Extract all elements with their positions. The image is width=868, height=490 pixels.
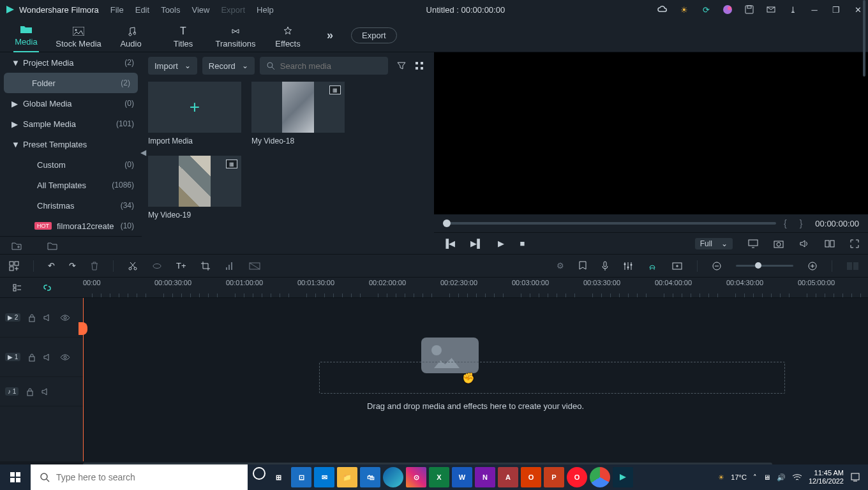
menu-tools[interactable]: Tools [161,5,180,15]
crop-icon[interactable] [200,261,211,271]
display-icon[interactable] [748,239,758,248]
step-back-icon[interactable]: ▐◀ [443,239,455,248]
tab-transitions[interactable]: Transitions [209,23,262,48]
record-dropdown[interactable]: Record ⌄ [202,57,255,75]
video-track-2-head[interactable]: ▶ 2 [0,298,83,338]
sidebar-item[interactable]: Folder(2) [4,73,138,93]
preview-screen[interactable] [434,52,868,214]
wifi-icon[interactable] [792,473,802,481]
lock-icon[interactable] [28,353,36,362]
playhead[interactable] [83,298,84,461]
export-button[interactable]: Export [351,27,397,43]
sidebar-scrollbar[interactable] [863,0,865,77]
notifications-icon[interactable] [850,472,860,482]
profile-orb-icon[interactable] [722,4,733,15]
snapshot-icon[interactable] [774,239,784,248]
store-icon[interactable]: 🛍 [360,467,380,487]
menu-file[interactable]: File [110,5,124,15]
start-button[interactable] [0,464,31,490]
mixer-icon[interactable] [623,261,633,271]
word-icon[interactable]: W [452,467,472,487]
chrome-icon[interactable] [590,467,610,487]
mute-icon[interactable] [41,388,50,396]
office-icon[interactable]: O [521,467,541,487]
taskbar-clock[interactable]: 11:45 AM 12/16/2022 [809,469,844,486]
taskbar-search-input[interactable] [56,472,239,482]
mute-icon[interactable] [43,353,52,361]
instagram-icon[interactable]: ⊙ [406,467,426,487]
tray-chevron-icon[interactable]: ˄ [753,473,757,482]
play-icon[interactable]: ▶ [498,239,504,248]
lock-icon[interactable] [28,313,36,322]
undo-icon[interactable]: ↶ [48,261,55,271]
onenote-icon[interactable]: N [475,467,495,487]
dropzone[interactable] [319,362,785,394]
video-track-1-head[interactable]: ▶ 1 [0,338,83,377]
link-tracks-icon[interactable] [42,283,52,293]
fullscreen-icon[interactable] [850,239,859,248]
window-minimize-icon[interactable]: ─ [809,4,819,15]
media-thumb[interactable]: + [148,82,241,133]
seek-bar[interactable] [443,222,776,225]
opera-icon[interactable]: O [567,467,587,487]
app-icon[interactable]: ⊡ [291,467,311,487]
tab-effects[interactable]: Effects [262,23,314,48]
lock-icon[interactable] [26,387,34,396]
search-media-input[interactable] [260,57,388,75]
media-item[interactable]: +Import Media [148,82,241,145]
tray-icon[interactable]: 🔊 [777,473,786,482]
audio-track-1-head[interactable]: ♪ 1 [0,377,83,406]
mail-icon[interactable] [766,4,776,15]
link-icon[interactable] [152,261,162,271]
quality-dropdown[interactable]: Full ⌄ [695,238,733,249]
window-maximize-icon[interactable]: ❐ [831,4,841,15]
explorer-icon[interactable]: 📁 [337,467,357,487]
mail-app-icon[interactable]: ✉ [314,467,334,487]
download-icon[interactable]: ⤓ [788,4,798,15]
sidebar-item[interactable]: Custom(0) [0,154,142,175]
cortana-icon[interactable] [253,467,266,480]
collapse-sidebar-icon[interactable]: ◀ [140,148,146,157]
volume-icon[interactable] [799,239,809,248]
tab-titles[interactable]: T Titles [157,23,209,48]
cog-icon[interactable]: ⚙ [557,261,564,271]
magnet-icon[interactable] [647,261,657,271]
media-thumb[interactable]: ▦ [148,156,241,207]
eye-icon[interactable] [60,354,70,360]
tray-icon[interactable]: 🖥 [763,473,770,481]
fit-icon[interactable] [846,261,859,271]
menu-help[interactable]: Help [257,5,274,15]
lightbulb-icon[interactable]: ☀ [679,4,689,15]
stop-icon[interactable]: ■ [520,239,525,248]
speed-icon[interactable] [225,261,235,271]
folder-icon[interactable] [47,241,57,250]
sidebar-item[interactable]: Christmas(34) [0,195,142,216]
redo-icon[interactable]: ↷ [69,261,76,271]
compare-icon[interactable] [825,239,835,248]
timeline-ruler[interactable]: 00:0000:00:30:0000:01:00:0000:01:30:0000… [0,278,868,298]
mute-icon[interactable] [43,314,52,322]
excel-icon[interactable]: X [429,467,449,487]
weather-temp[interactable]: 17°C [731,473,747,481]
zoom-out-icon[interactable] [712,261,722,271]
auto-ripple-icon[interactable] [13,283,23,293]
filter-icon[interactable] [397,61,406,70]
add-marker-icon[interactable] [671,262,683,271]
new-folder-icon[interactable] [11,241,22,250]
sidebar-item[interactable]: ▶Sample Media(101) [0,114,142,134]
color-icon[interactable] [249,262,260,271]
tab-audio[interactable]: Audio [105,23,157,48]
sidebar-item[interactable]: ▶Global Media(0) [0,93,142,114]
menu-edit[interactable]: Edit [135,5,149,15]
edge-icon[interactable] [383,467,403,487]
timeline-tracks[interactable]: ✊ Drag and drop media and effects here t… [83,298,868,461]
media-item[interactable]: ▦My Video-18 [251,82,345,145]
tab-media[interactable]: Media [0,21,52,50]
headphones-icon[interactable]: ⟳ [701,4,711,15]
menu-view[interactable]: View [191,5,209,15]
sidebar-item[interactable]: ▼Preset Templates [0,134,142,154]
sidebar-item[interactable]: All Templates(1086) [0,175,142,195]
zoom-slider[interactable] [736,265,793,267]
delete-icon[interactable] [90,261,99,271]
media-item[interactable]: ▦My Video-19 [148,156,241,219]
